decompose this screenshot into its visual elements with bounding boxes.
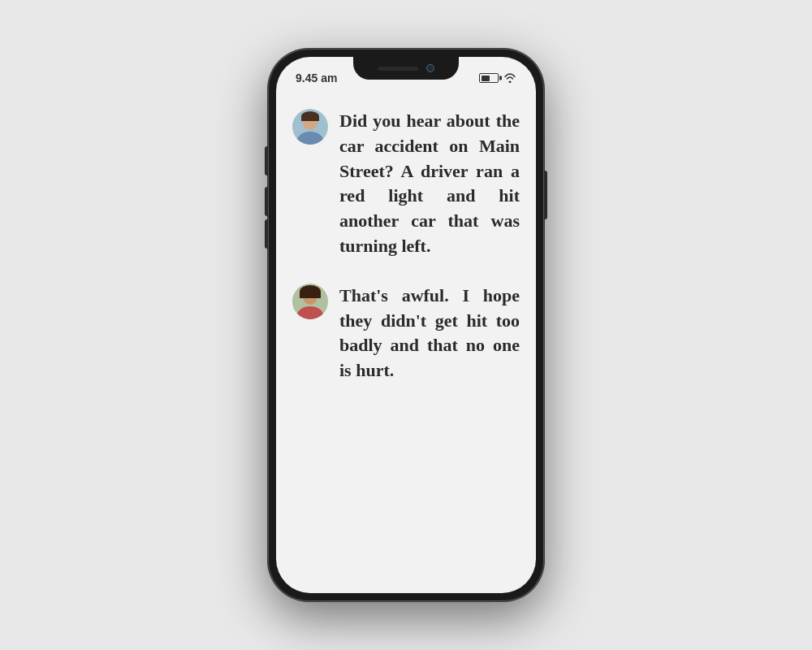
- status-icons: [479, 73, 516, 83]
- notch-speaker: [378, 67, 418, 71]
- battery-icon: [479, 73, 499, 83]
- message-text-2: That's awful. I hope they didn't get hit…: [339, 284, 520, 384]
- battery-fill: [482, 76, 490, 81]
- phone-notch: [353, 57, 459, 80]
- notch-camera: [426, 64, 434, 72]
- message-row-1: Did you hear about the car accident on M…: [292, 109, 520, 259]
- phone-frame: 9.45 am: [268, 49, 544, 601]
- phone-screen: 9.45 am: [276, 57, 536, 593]
- wifi-icon: [503, 73, 516, 83]
- status-time: 9.45 am: [296, 72, 337, 84]
- chat-area: Did you hear about the car accident on M…: [276, 93, 536, 593]
- avatar-woman: [292, 284, 328, 319]
- avatar-man: [292, 109, 328, 145]
- message-text-1: Did you hear about the car accident on M…: [339, 109, 520, 259]
- message-row-2: That's awful. I hope they didn't get hit…: [292, 284, 520, 384]
